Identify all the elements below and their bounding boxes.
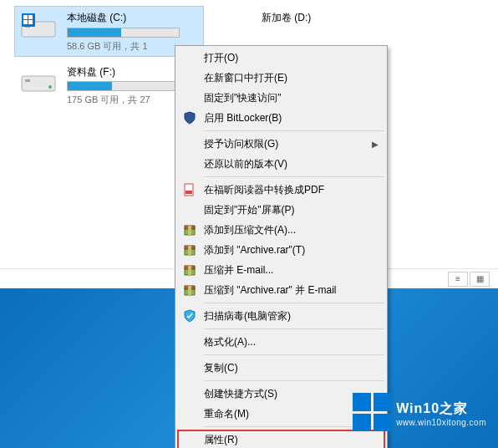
menu-copy[interactable]: 复制(C) [177,358,385,378]
menu-pin-start[interactable]: 固定到"开始"屏幕(P) [177,200,385,220]
archive-icon [182,222,197,237]
svg-rect-6 [28,20,33,24]
svg-rect-4 [28,15,33,19]
archive-icon [182,242,197,257]
svg-rect-23 [188,286,191,295]
watermark-url: www.win10xitong.com [396,418,486,427]
chevron-right-icon: ▶ [372,140,379,149]
scan-icon [182,308,197,323]
menu-open[interactable]: 打开(O) [177,48,385,68]
menu-grant-access[interactable]: 授予访问权限(G)▶ [177,134,385,154]
svg-rect-8 [25,79,30,82]
svg-point-9 [48,85,52,89]
archive-icon [182,262,197,277]
archive-icon [182,283,197,298]
menu-format[interactable]: 格式化(A)... [177,332,385,352]
menu-zip-archive-email[interactable]: 压缩到 "Archive.rar" 并 E-mail [177,280,385,300]
menu-foxit-pdf[interactable]: 在福昕阅读器中转换成PDF [177,180,385,200]
svg-rect-7 [22,76,55,91]
menu-open-new-window[interactable]: 在新窗口中打开(E) [177,68,385,88]
menu-bitlocker[interactable]: 启用 BitLocker(B) [177,108,385,128]
menu-properties[interactable]: 属性(R) [177,430,385,448]
menu-zip-email[interactable]: 压缩并 E-mail... [177,260,385,280]
menu-scan-virus[interactable]: 扫描病毒(电脑管家) [177,306,385,326]
drive-name: 新加卷 (D:) [262,12,436,25]
view-details-button[interactable]: ≡ [448,272,468,287]
svg-rect-3 [23,15,28,19]
pdf-icon [182,182,197,197]
drive-icon [20,10,58,43]
view-icons-button[interactable]: ▦ [470,272,490,287]
watermark: Win10之家 www.win10xitong.com [353,393,486,431]
menu-zip-add[interactable]: 添加到压缩文件(A)... [177,220,385,240]
drive-capacity-bar [67,81,180,91]
svg-rect-17 [188,246,191,255]
svg-rect-5 [23,20,28,24]
menu-zip-archive[interactable]: 添加到 "Archive.rar"(T) [177,240,385,260]
svg-rect-11 [185,191,192,194]
watermark-brand: Win10 [396,401,440,415]
svg-rect-20 [188,266,191,275]
shield-icon [182,110,197,125]
drive-name: 本地磁盘 (C:) [67,12,198,25]
svg-rect-14 [188,226,191,235]
menu-restore-previous[interactable]: 还原以前的版本(V) [177,154,385,174]
watermark-suffix: 之家 [440,401,468,415]
drive-capacity-bar [67,28,180,38]
windows-logo-icon [353,393,391,431]
menu-pin-quick-access[interactable]: 固定到"快速访问" [177,88,385,108]
context-menu: 打开(O) 在新窗口中打开(E) 固定到"快速访问" 启用 BitLocker(… [175,45,388,448]
drive-icon [20,64,58,98]
